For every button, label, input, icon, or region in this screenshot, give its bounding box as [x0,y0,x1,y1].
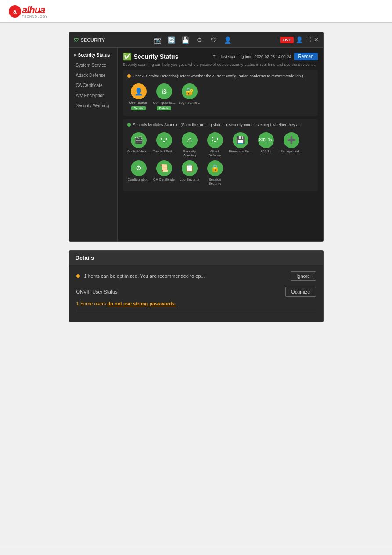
sidebar-item-system-service[interactable]: System Service [69,60,117,70]
storage-icon[interactable]: 💾 [180,35,191,45]
warning-number: 1. [76,301,80,306]
attack-defense-icon-circle: 🛡 [207,132,223,148]
topbar-icons: 📷 🔄 💾 ⚙ 🛡 👤 [109,35,276,45]
user-detection-title: User & Service Detection(Detect whether … [127,74,313,78]
background-icon: ➕ [287,136,296,144]
onvif-label: ONVIF User Status [76,289,118,294]
checkmark-icon: ✅ [123,52,132,61]
user-detection-label: User & Service Detection(Detect whether … [133,74,303,78]
details-title: Details [76,254,94,261]
ca-cert-icon: 📜 [160,164,169,172]
8021x-icon-circle: 802.1x [258,132,274,148]
topbar-action-icons: 👤 ⛶ ✕ [296,36,319,43]
login-auth-item: 🔐 Login Authe... [178,83,201,110]
details-divider [76,311,316,311]
security-icon[interactable]: 🛡 [209,35,219,45]
details-dialog: Details 1 items can be optimized. You ar… [69,250,324,322]
security-title-icon: 🛡 [74,37,79,43]
fullscreen-icon[interactable]: ⛶ [306,36,311,43]
last-scan-text: The last scanning time: 2020-02-23 14:02… [213,54,291,59]
config2-item: ⚙ Configuratio... [127,160,150,186]
logo: a alhua TECHNOLOGY [9,4,48,18]
sidebar-item-av-encryption[interactable]: A/V Encryption [69,91,117,101]
module-scan-grid: 🎬 Audio/Video ... 🛡 Trusted Prot... [127,131,313,188]
config2-label: Configuratio... [128,178,150,182]
module-scan-label: Security Modules Scanning(Scan the runni… [133,123,302,127]
firmware-label: Firmware En... [229,149,252,154]
logo-subtitle: TECHNOLOGY [22,15,48,18]
audio-video-icon-circle: 🎬 [131,132,147,148]
user-detection-section: User & Service Detection(Detect whether … [123,70,318,116]
close-icon[interactable]: ✕ [314,36,319,43]
audio-video-label: Audio/Video ... [127,149,150,154]
user-status-icon-circle: 👤 [131,83,147,99]
rescan-button[interactable]: Rescan [294,53,318,60]
firmware-icon-circle: 💾 [233,132,248,148]
logo-text: alhua [22,4,45,15]
settings-icon[interactable]: ⚙ [194,35,205,45]
green-dot [127,123,131,127]
config-details-btn[interactable]: Details [157,106,171,110]
topbar-title: 🛡 SECURITY [74,37,105,43]
optimize-button[interactable]: Optimize [285,287,316,297]
ca-cert-item: 📜 CA Certificate [153,160,176,186]
attack-defense-icon: 🛡 [212,136,219,144]
login-auth-label: Login Authe... [179,101,200,105]
8021x-item: 802.1x 802.1x [255,132,277,158]
person-icon[interactable]: 👤 [296,36,303,43]
page-footer [0,548,392,551]
attack-defense-label: Attack Defense [204,149,227,158]
details-main-row: 1 items can be optimized. You are recomm… [76,271,316,281]
sidebar-label-security-warning: Security Warning [76,103,109,108]
sidebar-item-security-status[interactable]: ▶ Security Status [69,50,117,60]
config-item: ⚙ Configuratio... Details [153,83,176,110]
log-security-icon-circle: 📋 [182,160,198,176]
ca-cert-icon-circle: 📜 [156,160,172,176]
user-status-item: 👤 User Status Details [127,83,150,110]
sidebar-label-security-status: Security Status [78,53,110,58]
yellow-dot [127,74,131,78]
firmware-item: 💾 Firmware En... [229,132,252,158]
ca-cert-label: CA Certificate [153,178,175,182]
session-security-label: Session Security [204,178,227,186]
account-icon[interactable]: 👤 [223,35,233,45]
camera-icon[interactable]: 📷 [152,35,163,45]
security-warning-icon: ⚠ [187,136,193,144]
sidebar-item-ca-certificate[interactable]: CA Certificate [69,80,117,91]
chevron-right-icon: ▶ [74,53,76,57]
user-status-details-btn[interactable]: Details [131,106,146,110]
background-item: ➕ Background... [280,132,303,158]
sidebar-item-attack-defense[interactable]: Attack Defense [69,70,117,80]
user-icon: 👤 [134,87,143,96]
details-yellow-dot [76,274,80,278]
status-description: Security scanning can help you get a who… [123,62,318,67]
status-header: ✅ Security Status The last scanning time… [123,52,318,61]
config-icon: ⚙ [161,87,167,96]
log-security-label: Log Security [180,178,199,182]
ignore-button[interactable]: Ignore [291,271,316,281]
sidebar-label-ca-certificate: CA Certificate [76,83,103,88]
trusted-prot-icon-circle: 🛡 [156,132,172,148]
attack-defense-item: 🛡 Attack Defense [204,132,227,158]
8021x-icon: 802.1x [259,138,272,142]
status-title: Security Status [134,53,179,60]
details-dialog-header: Details [69,251,323,265]
sidebar-label-attack-defense: Attack Defense [76,73,106,78]
security-warning-label: Security Warning [178,149,201,158]
sidebar-item-security-warning[interactable]: Security Warning [69,101,117,111]
app-body: ▶ Security Status System Service Attack … [69,48,323,241]
main-content: 🛡 SECURITY 📷 🔄 💾 ⚙ 🛡 👤 LIVE 👤 ⛶ ✕ [0,23,392,340]
sidebar-label-av-encryption: A/V Encryption [76,93,105,98]
refresh-icon[interactable]: 🔄 [166,35,177,45]
details-message: 1 items can be optimized. You are recomm… [84,273,287,279]
app-topbar: 🛡 SECURITY 📷 🔄 💾 ⚙ 🛡 👤 LIVE 👤 ⛶ ✕ [69,32,323,48]
user-detection-grid: 👤 User Status Details ⚙ Configuratio... … [127,82,313,112]
trusted-prot-label: Trusted Prot... [153,149,175,154]
background-label: Background... [281,149,302,154]
security-warning-icon-circle: ⚠ [182,132,198,148]
login-auth-icon-circle: 🔐 [182,83,198,99]
8021x-label: 802.1x [260,149,271,154]
log-security-icon: 📋 [185,164,194,172]
trusted-prot-item: 🛡 Trusted Prot... [153,132,176,158]
session-security-icon: 🔒 [211,164,219,172]
